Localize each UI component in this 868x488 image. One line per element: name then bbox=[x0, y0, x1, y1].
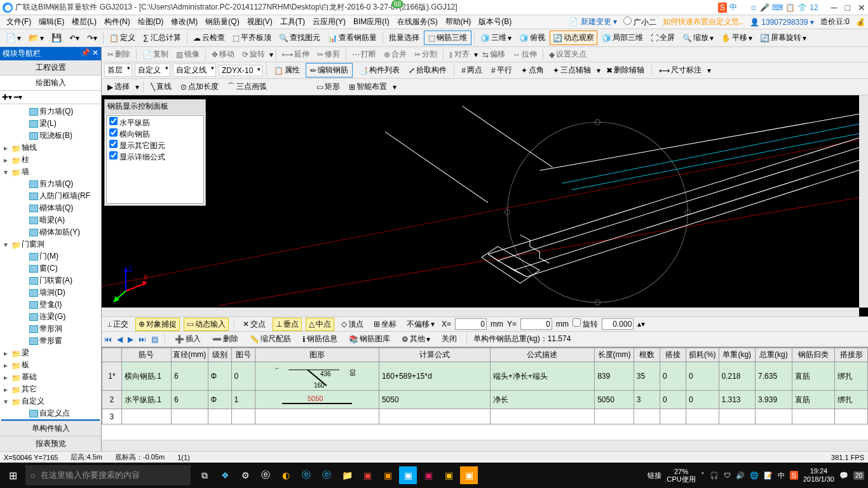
zoom-button[interactable]: 🔍 缩放▾ bbox=[679, 30, 717, 45]
find-element-button[interactable]: 🔍 查找图元 bbox=[276, 30, 323, 45]
rect-button[interactable]: ▭ 矩形 bbox=[313, 79, 343, 94]
local-3d-button[interactable]: 🧊 局部三维 bbox=[599, 30, 646, 45]
type-dropdown[interactable]: 自定义线 bbox=[173, 64, 216, 77]
ime-emoji-icon[interactable]: ☺ bbox=[750, 3, 757, 12]
ie-icon[interactable]: ⓔ bbox=[297, 466, 315, 484]
close-panel-button[interactable]: 关闭 bbox=[438, 332, 460, 346]
col-header[interactable]: 图号 bbox=[231, 348, 255, 362]
tree-item[interactable]: 门(M) bbox=[1, 250, 100, 262]
col-header[interactable]: 钢筋归类 bbox=[792, 348, 835, 362]
rebar-3d-button[interactable]: ⬚ 钢筋三维 bbox=[424, 30, 471, 45]
app8-icon[interactable]: ▣ bbox=[440, 466, 458, 484]
ie2-icon[interactable]: ⓔ bbox=[318, 466, 336, 484]
level-top-button[interactable]: ⬚ 平齐板顶 bbox=[229, 30, 275, 45]
tray-badge[interactable]: 20 bbox=[853, 471, 864, 480]
list-icon[interactable]: ▤ bbox=[151, 335, 158, 344]
app5-icon[interactable]: ▣ bbox=[379, 466, 397, 484]
tree-item[interactable]: 连梁(G) bbox=[1, 311, 100, 323]
cpu-meter[interactable]: 27%CPU使用 bbox=[667, 468, 695, 483]
tree-item[interactable]: 自定义点 bbox=[1, 407, 100, 419]
prev-button[interactable]: ◀ bbox=[117, 335, 123, 344]
ime-lang[interactable]: 中 bbox=[729, 2, 737, 13]
col-header[interactable]: 搭接 bbox=[660, 348, 686, 362]
split-button[interactable]: ✂ 分割 bbox=[411, 47, 440, 62]
menu-version[interactable]: 版本号(B) bbox=[475, 17, 515, 27]
notification-icon[interactable]: 💬 bbox=[839, 471, 848, 480]
floor-dropdown[interactable]: 首层 bbox=[104, 64, 132, 77]
perpendicular-button[interactable]: ⊥ 垂点 bbox=[273, 318, 302, 331]
tray-headphone-icon[interactable]: 🎧 bbox=[710, 471, 719, 480]
edit-rebar-button[interactable]: ✏ 编辑钢筋 bbox=[306, 63, 353, 78]
copy-button[interactable]: 📄 复制 bbox=[139, 47, 172, 62]
fullscreen-button[interactable]: ⛶ 全屏 bbox=[648, 30, 678, 45]
tray-shield-icon[interactable]: 🛡 bbox=[724, 471, 731, 479]
app4-icon[interactable]: ▣ bbox=[358, 466, 376, 484]
col-header[interactable]: 计算公式 bbox=[379, 348, 490, 362]
sidebar-tab-settings[interactable]: 工程设置 bbox=[0, 60, 101, 76]
three-point-aux-button[interactable]: ✦ 三点辅轴 bbox=[550, 63, 594, 78]
scale-rebar-button[interactable]: 📏 缩尺配筋 bbox=[247, 332, 294, 346]
col-header[interactable]: 总重(kg) bbox=[756, 348, 792, 362]
tree-item[interactable]: ▸📁基础 bbox=[1, 371, 100, 383]
tree-item[interactable]: 剪力墙(Q) bbox=[1, 105, 100, 118]
tree-item[interactable]: ▸📁梁 bbox=[1, 347, 100, 359]
tree-item[interactable]: 带形窗 bbox=[1, 335, 100, 347]
ime-punct-icon[interactable]: ゝ bbox=[740, 2, 747, 13]
col-header[interactable]: 公式描述 bbox=[490, 348, 595, 362]
ortho-button[interactable]: ⟂ 正交 bbox=[104, 318, 132, 331]
menu-floor[interactable]: 楼层(L) bbox=[68, 17, 100, 27]
app7-icon[interactable]: ▣ bbox=[419, 466, 437, 484]
tray-notes-icon[interactable]: 📝 bbox=[764, 471, 773, 480]
dimension-button[interactable]: ⟷ 尺寸标注 bbox=[656, 63, 705, 78]
app1-icon[interactable]: ❖ bbox=[216, 466, 234, 484]
display-checkbox[interactable]: 横向钢筋 bbox=[108, 128, 202, 140]
tree-item[interactable]: 砌体墙(Q) bbox=[1, 202, 100, 214]
viewport-3d[interactable]: 钢筋显示控制面板 水平纵筋 横向钢筋 显示其它图元 显示详细公式 bbox=[102, 95, 868, 316]
last-button[interactable]: ⏭ bbox=[139, 335, 146, 344]
merge-button[interactable]: ⊕ 合并 bbox=[381, 47, 410, 62]
stretch-button[interactable]: ↔ 拉伸 bbox=[510, 47, 540, 62]
3d-button[interactable]: 🧊 三维▾ bbox=[477, 30, 515, 45]
tool-add-icon[interactable]: ✚▾ bbox=[2, 93, 12, 102]
new-change-button[interactable]: 📄 新建变更 ▾ bbox=[569, 17, 617, 27]
tree-item[interactable]: 门联窗(A) bbox=[1, 274, 100, 287]
display-checkbox[interactable]: 显示详细公式 bbox=[108, 151, 202, 163]
arc-button[interactable]: ⌒ 三点画弧 bbox=[224, 79, 270, 94]
sidebar-tab-draw[interactable]: 绘图输入 bbox=[0, 76, 101, 91]
break-button[interactable]: ⋯ 打断 bbox=[349, 47, 379, 62]
new-button[interactable]: ▾ bbox=[3, 31, 24, 44]
delete-button[interactable]: ✂ 删除 bbox=[104, 47, 133, 62]
start-button[interactable]: ⊞ bbox=[0, 470, 25, 482]
maximize-button[interactable]: □ bbox=[845, 3, 850, 13]
tray-sogou-icon[interactable]: S bbox=[790, 471, 798, 480]
tool-minus-icon[interactable]: ━▾ bbox=[14, 93, 22, 102]
tree-item[interactable]: 带形洞 bbox=[1, 323, 100, 335]
col-header[interactable]: 图形 bbox=[255, 348, 379, 362]
mirror-button[interactable]: ▥ 镜像 bbox=[173, 47, 203, 62]
midpoint-button[interactable]: △ 中点 bbox=[306, 318, 334, 331]
pick-button[interactable]: ⤢ 拾取构件 bbox=[405, 63, 450, 78]
ime-mic-icon[interactable]: 🎤 bbox=[760, 3, 770, 12]
top-view-button[interactable]: 🧊 俯视 bbox=[516, 30, 548, 45]
tree-item[interactable]: ▾📁自定义 bbox=[1, 395, 100, 407]
taskbar-search[interactable]: ○ 在这里输入你要搜索的内容 bbox=[25, 465, 191, 485]
select-button[interactable]: ▶ 选择 bbox=[104, 79, 133, 94]
component-list-button[interactable]: 📑 构件列表 bbox=[355, 63, 403, 78]
edge-icon[interactable]: ⓔ bbox=[257, 466, 275, 484]
property-button[interactable]: 📋 属性 bbox=[271, 63, 303, 78]
viewport-scrollbar-h[interactable] bbox=[102, 308, 859, 316]
link-text[interactable]: 链接 bbox=[648, 471, 661, 480]
tree-item[interactable]: ▸📁其它 bbox=[1, 383, 100, 395]
phone-label[interactable]: 👤 13907298339 ▾ bbox=[750, 18, 814, 27]
viewport-scrollbar-v[interactable] bbox=[859, 95, 868, 308]
extend-button[interactable]: ⟼ 延伸 bbox=[279, 47, 313, 62]
dynamic-input-button[interactable]: ▭ 动态输入 bbox=[184, 318, 229, 331]
taskview-icon[interactable]: ⧉ bbox=[196, 466, 214, 484]
no-offset-dropdown[interactable]: 不偏移 ▾ bbox=[403, 318, 438, 331]
cloud-check-button[interactable]: ☁ 云检查 bbox=[190, 30, 228, 45]
first-button[interactable]: ⏮ bbox=[104, 335, 112, 344]
minimize-button[interactable]: ─ bbox=[831, 3, 837, 13]
tree-item[interactable]: 剪力墙(Q) bbox=[1, 178, 100, 190]
explorer-icon[interactable]: 📁 bbox=[338, 466, 356, 484]
x-input[interactable] bbox=[455, 318, 487, 330]
